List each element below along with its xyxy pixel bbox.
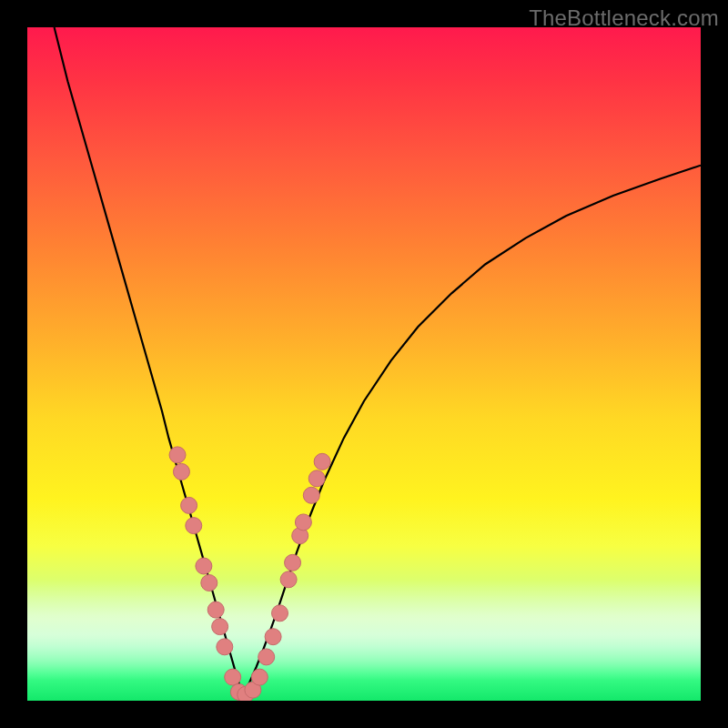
right-curve xyxy=(243,166,701,696)
chart-frame: TheBottleneck.com xyxy=(0,0,728,728)
data-point xyxy=(173,463,189,480)
data-point xyxy=(308,470,325,487)
plot-area xyxy=(27,27,701,701)
data-point xyxy=(169,447,186,463)
data-point xyxy=(280,571,297,588)
data-point xyxy=(212,619,228,635)
data-point xyxy=(207,602,224,618)
data-point xyxy=(181,497,197,513)
curve-layer xyxy=(27,27,701,701)
data-point xyxy=(225,669,241,685)
data-point xyxy=(217,639,233,655)
data-points xyxy=(169,447,330,701)
data-point xyxy=(303,487,319,503)
watermark-text: TheBottleneck.com xyxy=(529,5,719,31)
data-point xyxy=(265,629,281,645)
left-curve xyxy=(55,27,243,696)
data-point xyxy=(295,514,311,531)
data-point xyxy=(314,453,330,470)
data-point xyxy=(272,605,288,622)
data-point xyxy=(258,649,275,665)
data-point xyxy=(201,575,217,592)
data-point xyxy=(251,669,268,685)
data-point xyxy=(196,558,212,574)
data-point xyxy=(186,518,202,534)
data-point xyxy=(285,554,301,571)
